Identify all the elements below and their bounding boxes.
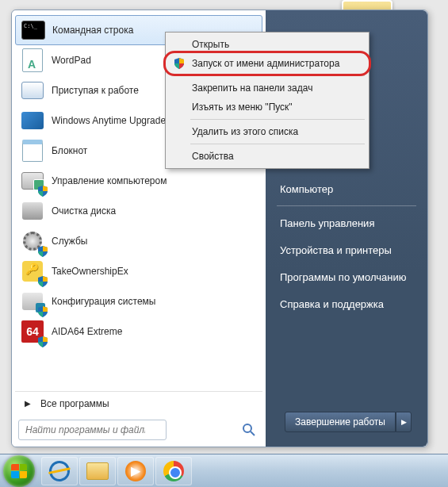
uac-shield-icon xyxy=(37,276,48,287)
program-label: Очистка диска xyxy=(52,205,116,217)
folder-icon xyxy=(86,462,109,480)
chrome-icon xyxy=(163,461,184,481)
all-programs-button[interactable]: ▶ Все программы xyxy=(15,391,262,415)
shutdown-group: Завершение работы ▶ xyxy=(285,412,412,432)
program-label: WordPad xyxy=(52,55,91,66)
getting-started-icon xyxy=(20,78,45,103)
program-item-takeownership[interactable]: TakeOwnershipEx xyxy=(15,256,262,286)
svg-point-0 xyxy=(243,424,251,432)
uac-shield-icon xyxy=(37,186,48,197)
uac-shield-icon xyxy=(37,306,48,317)
management-icon xyxy=(20,168,45,194)
ctx-pin-taskbar[interactable]: Закрепить на панели задач xyxy=(168,79,366,98)
ctx-open[interactable]: Открыть xyxy=(168,35,366,54)
search-input[interactable] xyxy=(18,420,167,440)
places-computer[interactable]: Компьютер xyxy=(266,175,427,202)
program-item-msconfig[interactable]: Конфигурация системы xyxy=(15,286,262,316)
separator xyxy=(190,75,365,76)
search-row xyxy=(15,415,262,443)
shutdown-options-button[interactable]: ▶ xyxy=(396,412,412,432)
ie-icon xyxy=(48,458,72,483)
program-item-disk-cleanup[interactable]: Очистка диска xyxy=(15,196,262,226)
ctx-properties[interactable]: Свойства xyxy=(168,147,366,166)
disk-icon xyxy=(20,198,45,224)
program-item-computer-mgmt[interactable]: Управление компьютером xyxy=(15,166,262,196)
ctx-run-as-admin[interactable]: Запуск от имени администратора xyxy=(168,54,366,73)
media-player-icon: ▶ xyxy=(125,461,146,481)
aida64-icon: 64 xyxy=(20,319,45,344)
config-icon xyxy=(20,289,45,314)
ctx-remove-list[interactable]: Удалить из этого списка xyxy=(168,122,366,141)
uac-shield-icon xyxy=(173,57,186,70)
uac-shield-icon xyxy=(37,336,48,347)
places-help[interactable]: Справка и поддержка xyxy=(266,290,427,317)
all-programs-label: Все программы xyxy=(40,398,109,409)
uac-shield-icon xyxy=(37,246,48,257)
separator xyxy=(277,205,416,206)
program-item-aida64[interactable]: 64 AIDA64 Extreme xyxy=(15,316,262,347)
program-label: TakeOwnershipEx xyxy=(52,266,128,277)
key-icon xyxy=(20,259,45,284)
ctx-remove-start[interactable]: Изъять из меню "Пуск" xyxy=(168,98,366,117)
program-item-services[interactable]: Службы xyxy=(15,226,262,256)
chevron-right-icon: ▶ xyxy=(20,399,36,408)
places-default-programs[interactable]: Программы по умолчанию xyxy=(266,263,427,290)
program-label: Управление компьютером xyxy=(52,175,167,186)
program-label: Windows Anytime Upgrade xyxy=(52,115,166,126)
program-label: Командная строка xyxy=(52,25,133,36)
taskbar-media-player[interactable]: ▶ xyxy=(117,457,154,485)
wordpad-icon xyxy=(20,48,45,73)
windows-logo-icon xyxy=(11,464,27,478)
gear-icon xyxy=(20,228,45,254)
shutdown-button[interactable]: Завершение работы xyxy=(285,412,396,432)
places-control-panel[interactable]: Панель управления xyxy=(266,209,427,236)
taskbar-ie[interactable] xyxy=(41,457,78,485)
taskbar: ▶ xyxy=(0,454,448,487)
taskbar-explorer[interactable] xyxy=(79,457,116,485)
notepad-icon xyxy=(20,138,45,163)
program-label: AIDA64 Extreme xyxy=(52,326,122,337)
context-menu: Открыть Запуск от имени администратора З… xyxy=(165,32,370,169)
separator xyxy=(190,119,365,120)
start-button[interactable] xyxy=(3,455,35,487)
separator xyxy=(190,144,365,144)
svg-line-1 xyxy=(251,431,255,435)
windows-icon xyxy=(20,108,45,133)
taskbar-chrome[interactable] xyxy=(155,457,192,485)
places-devices[interactable]: Устройства и принтеры xyxy=(266,236,427,263)
program-label: Блокнот xyxy=(52,145,87,156)
search-icon[interactable] xyxy=(242,423,256,437)
program-label: Конфигурация системы xyxy=(52,296,155,307)
program-label: Приступая к работе xyxy=(52,85,139,96)
cmd-icon xyxy=(21,17,46,43)
program-label: Службы xyxy=(52,236,87,247)
